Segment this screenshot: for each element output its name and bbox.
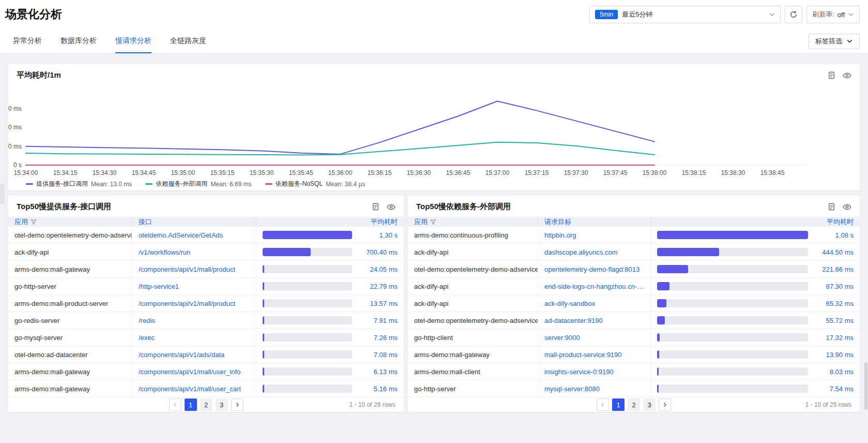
page-button-2[interactable]: 2 [628,398,640,411]
target-link[interactable]: ad-datacenter:9190 [544,317,603,324]
app-name: arms-demo:mall-gateway [408,346,538,363]
chevron-down-icon [848,11,854,18]
legend-item-dependent-nosql[interactable]: 依赖服务-NoSQL Mean: 38.4 µs [265,180,366,188]
tab-database-analysis[interactable]: 数据库分析 [60,29,97,53]
column-label: 接口 [139,217,152,227]
column-header-avg-latency[interactable]: 平均耗时 [256,217,404,227]
eye-icon[interactable] [843,72,851,79]
page-button-2[interactable]: 2 [200,398,212,411]
table-row: arms-demo:mall-product-server/components… [8,295,404,312]
target-link[interactable]: /exec [139,334,155,342]
page-button-1[interactable]: 1 [185,398,197,411]
target-link[interactable]: mall-product-service:9190 [544,351,622,359]
target-link[interactable]: insights-service-0:9190 [544,368,614,376]
prev-page-button[interactable] [597,398,609,411]
latency-value: 13.90 ms [813,351,854,359]
tab-exception-analysis[interactable]: 异常分析 [13,29,42,53]
target-link[interactable]: /v1/workflows/run [139,248,190,256]
svg-text:30 ms: 30 ms [8,105,22,112]
latency-value: 7.54 ms [813,385,854,393]
page-button-3[interactable]: 3 [216,398,228,411]
latency-value: 7.26 ms [357,334,398,342]
latency-bar [657,282,808,290]
table-row: go-redis-server/redis7.91 ms [8,312,404,329]
legend-label: 提供服务-接口调用 [36,180,88,188]
legend-label: 依赖服务-外部调用 [156,180,207,188]
column-label: 应用 [14,217,28,227]
tab-full-link-gray[interactable]: 全链路灰度 [170,29,206,53]
scrollbar-thumb[interactable] [864,362,867,410]
target-link[interactable]: httpbin.org [544,231,576,239]
svg-text:15:34:15: 15:34:15 [53,169,78,176]
legend-item-dependent-external[interactable]: 依赖服务-外部调用 Mean: 6.69 ms [145,180,251,188]
latency-value: 55.72 ms [813,317,854,324]
target-link[interactable]: /redis [139,317,155,324]
target-link[interactable]: oteldemo.AdService/GetAds [139,231,223,239]
latency-value: 7.08 ms [357,351,398,359]
content-area: 平均耗时/1m 0 s10 ms20 ms30 ms15:34:0015:34:… [0,54,868,412]
target-link[interactable]: end-side-logs-cn-hangzhou.cn-hangzhou-in… [544,283,644,290]
app-name: ack-dify-api [8,244,132,260]
target-link[interactable]: dashscope.aliyuncs.com [544,248,618,256]
legend-item-provided-service[interactable]: 提供服务-接口调用 Mean: 13.0 ms [26,180,132,188]
latency-bar [657,350,808,359]
page-button-3[interactable]: 3 [643,398,656,411]
target-link[interactable]: mysql-server:8080 [544,385,600,393]
tag-filter-label: 标签筛选 [815,37,842,46]
target-link[interactable]: /components/api/v1/mall/user_cart [139,385,241,393]
latency-value: 13.57 ms [357,300,398,307]
latency-value: 221.66 ms [813,265,854,273]
latency-bar [657,299,808,307]
target-link[interactable]: /http-service1 [139,283,179,290]
legend-mean: Mean: 6.69 ms [210,181,251,188]
app-name: arms-demo:mall-product-server [8,295,132,312]
svg-text:15:38:45: 15:38:45 [760,169,785,176]
svg-text:15:38:00: 15:38:00 [643,169,667,176]
column-header-avg-latency[interactable]: 平均耗时 [651,217,860,227]
target-link[interactable]: opentelemetry-demo-flagd:8013 [544,265,639,273]
eye-icon[interactable] [387,204,395,210]
refresh-button[interactable] [785,6,802,23]
table-header: 应用 请求目标 平均耗时 [408,217,860,227]
refresh-rate-select[interactable]: 刷新率: off [806,6,860,23]
latency-value: 1.30 s [357,231,398,239]
app-name: arms-demo:mall-gateway [8,363,132,380]
table-row: go-http-servermysql-server:80807.54 ms [408,380,860,397]
column-header-app[interactable]: 应用 [408,217,538,227]
next-page-button[interactable] [659,398,671,411]
time-range-picker[interactable]: 5min 最近5分钟 [589,6,781,23]
column-header-app[interactable]: 应用 [8,217,132,227]
column-header-endpoint[interactable]: 接口 [132,217,256,227]
filter-funnel-icon[interactable] [31,219,37,225]
target-link[interactable]: server:9000 [544,334,580,342]
pagination-info: 1 - 10 of 26 rows [349,401,395,408]
app-name: otel-demo:opentelemetry-demo-adservice [8,227,132,243]
tab-slow-request-analysis[interactable]: 慢请求分析 [115,29,151,53]
table-row: arms-demo:mall-gatewaymall-product-servi… [408,346,860,363]
column-label: 应用 [414,217,428,227]
header-controls: 5min 最近5分钟 刷新率: off [589,6,860,23]
target-link[interactable]: ack-dify-sandbox [544,300,595,307]
column-header-request-target[interactable]: 请求目标 [538,217,651,227]
target-link[interactable]: /components/api/v1/mall/product [139,265,235,273]
tag-filter-button[interactable]: 标签筛选 [809,34,860,49]
latency-bar [263,350,352,359]
target-link[interactable]: /components/api/v1/ads/data [139,351,224,359]
prev-page-button[interactable] [169,398,181,411]
eye-icon[interactable] [843,204,851,210]
svg-text:15:34:30: 15:34:30 [93,169,117,176]
target-link[interactable]: /components/api/v1/mall/user_info [139,368,240,376]
slow-provided-service-card: Top50慢提供服务-接口调用 应用 [8,196,404,412]
target-link[interactable]: /components/api/v1/mall/product [139,300,235,307]
page-button-1[interactable]: 1 [612,398,625,411]
side-drawer-handle[interactable] [0,184,5,204]
latency-bar [263,282,352,290]
export-report-icon[interactable] [828,71,835,79]
export-report-icon[interactable] [372,203,379,211]
app-name: go-redis-server [8,312,132,329]
tables-row: Top50慢提供服务-接口调用 应用 [8,196,860,412]
latency-bar [263,299,352,307]
filter-funnel-icon[interactable] [430,219,436,225]
next-page-button[interactable] [231,398,243,411]
export-report-icon[interactable] [828,203,835,211]
